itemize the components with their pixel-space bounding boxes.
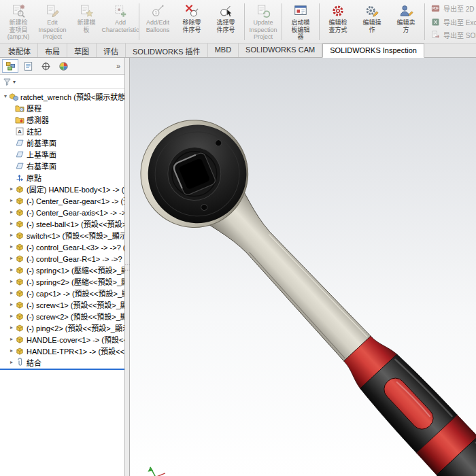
ribbon-separator	[139, 3, 139, 40]
part-icon	[15, 323, 24, 333]
ribbon-button-edit-operation[interactable]: 编辑操作	[355, 1, 389, 43]
command-tab[interactable]: SOLIDWORKS CAM	[239, 44, 322, 57]
ribbon-separator	[319, 3, 320, 40]
export-group: PDF导出至 2D PDFX导出至 Excel导出至 SOLIDWORKS In…	[426, 1, 476, 43]
tree-item[interactable]: ▸(-) control_Gear-L<3> -> ->? (預設<	[0, 241, 124, 252]
tree-item[interactable]: 歷程	[0, 102, 124, 114]
ribbon-button-add-edit-balloons[interactable]: 1Add/EditBalloons	[141, 1, 175, 43]
tree-item-label: 感測器	[27, 114, 49, 125]
tree-item[interactable]: ▸(-) spring<2> (壓縮<<預設>_顯示	[0, 275, 124, 287]
property-manager-tab[interactable]	[20, 59, 36, 73]
command-tab[interactable]: 装配体	[1, 44, 38, 57]
expand-arrow[interactable]: ▸	[8, 336, 15, 342]
ribbon-button-export-2d-pdf[interactable]: PDF导出至 2D PDF	[428, 2, 476, 15]
command-tab[interactable]: 草图	[67, 44, 97, 57]
filter-dropdown-caret[interactable]: ▾	[13, 79, 16, 85]
ribbon-button-add-characteristic[interactable]: AddCharacteristic	[103, 1, 137, 43]
tree-item[interactable]: ▸(-) steel-ball<1> (預設<<預設>_顯	[0, 218, 124, 229]
command-tab[interactable]: SOLIDWORKS 插件	[126, 44, 208, 57]
edit-method-icon	[330, 3, 345, 18]
tree-item[interactable]: 右基準面	[0, 160, 124, 171]
feature-manager-tab[interactable]	[2, 59, 18, 73]
display-manager-tab[interactable]	[55, 59, 71, 73]
ribbon-button-remove-balloons[interactable]: 移除零件序号	[175, 1, 209, 43]
tree-item[interactable]: ▸(-) ping<2> (預設<<預設>_顯示狀	[0, 322, 124, 333]
expand-arrow[interactable]: ▸	[8, 197, 15, 203]
tree-item[interactable]: A註記	[0, 125, 124, 137]
ribbon-separator	[424, 3, 425, 40]
expand-arrow[interactable]: ▸	[8, 313, 15, 319]
expand-arrow[interactable]: ▸	[8, 209, 15, 215]
part-icon	[15, 184, 24, 194]
expand-arrow[interactable]: ▸	[8, 290, 15, 296]
ribbon-button-new-template[interactable]: 新建模板	[69, 1, 103, 43]
part-icon	[15, 311, 24, 321]
tree-item[interactable]: ▸switch<1> (預設<<預設>_顯示狀	[0, 229, 124, 241]
tree-item[interactable]: ▾ratchet_wrench (預設<顯示狀態-1>)	[0, 90, 124, 102]
tree-item-label: (-) Center_Gear-axis<1> -> ->? (預設	[27, 207, 124, 218]
command-tab[interactable]: 评估	[97, 44, 126, 57]
dimxpert-manager-tab[interactable]	[37, 59, 54, 73]
tree-item[interactable]: ▸HANDLE-TPR<1> -> (預設<<預設	[0, 345, 124, 356]
expand-arrow[interactable]: ▸	[8, 232, 15, 238]
graphics-viewport[interactable]	[130, 58, 476, 476]
panel-splitter[interactable]: ⋮⋮	[125, 58, 130, 476]
tree-item[interactable]: ▸結合	[0, 356, 124, 368]
ribbon-button-label: EditInspectionProject	[38, 19, 66, 41]
expand-arrow[interactable]: ▸	[8, 324, 15, 330]
tree-end-indicator	[0, 369, 124, 370]
command-tab[interactable]: SOLIDWORKS Inspection	[322, 44, 424, 58]
expand-arrow[interactable]: ▸	[8, 243, 15, 250]
tree-item-label: 原點	[27, 172, 41, 183]
command-tab[interactable]: 布局	[38, 44, 67, 57]
panel-overflow-chevron[interactable]: »	[114, 62, 122, 70]
ribbon-button-edit-inspection-project[interactable]: EditInspectionProject	[35, 1, 69, 43]
expand-arrow[interactable]: ▸	[8, 278, 15, 284]
part-icon	[15, 196, 24, 205]
ribbon-button-export-sw-inspection[interactable]: 导出至 SOLIDWORKS Inspection 项目	[428, 29, 476, 41]
expand-arrow[interactable]: ▾	[2, 93, 9, 99]
expand-arrow[interactable]: ▸	[8, 255, 15, 261]
command-tab[interactable]: MBD	[208, 44, 239, 57]
part-icon	[15, 288, 24, 298]
expand-arrow[interactable]: ▸	[8, 220, 15, 226]
tree-item[interactable]: 上基準面	[0, 148, 124, 160]
tree-item[interactable]: 原點	[0, 171, 124, 183]
expand-arrow[interactable]: ▸	[8, 347, 15, 354]
expand-arrow[interactable]: ▸	[8, 301, 15, 307]
tree-item[interactable]: ▸(-) screw<2> (預設<<預設>_顯示	[0, 310, 124, 322]
expand-arrow[interactable]: ▸	[8, 267, 15, 273]
pm-sheet-icon	[23, 61, 33, 71]
ribbon-button-edit-vendor[interactable]: 编辑卖方	[389, 1, 423, 43]
ribbon-button-new-inspection-project[interactable]: 新建检查项目(amp;N)	[1, 1, 35, 43]
command-tabbar: 装配体布局草图评估SOLIDWORKS 插件MBDSOLIDWORKS CAMS…	[0, 44, 476, 58]
ribbon-button-select-balloons[interactable]: 选择零件序号	[209, 1, 243, 43]
tree-filter-row[interactable]: ▾	[0, 75, 124, 89]
ribbon-button-update-inspection-project[interactable]: UpdateInspectionProject	[246, 1, 280, 43]
model-ratchet-wrench[interactable]	[130, 58, 476, 476]
tree-item[interactable]: ▸(-) screw<1> (預設<<預設>_顯示	[0, 299, 124, 310]
sensors-icon	[15, 115, 24, 124]
ribbon-button-launch-template-editor[interactable]: 启动模板编辑器	[284, 1, 318, 43]
history-icon	[15, 103, 24, 113]
tree-item[interactable]: ▸(-) spring<1> (壓縮<<預設>_顯示	[0, 264, 124, 275]
tree-item[interactable]: ▸(-) Center_Gear-axis<1> -> ->? (預設	[0, 206, 124, 218]
tree-item-label: (固定) HANDLE-body<1> -> (預設	[27, 184, 124, 194]
ribbon-button-export-excel[interactable]: X导出至 Excel	[428, 16, 476, 29]
solidworks-window: 新建检查项目(amp;N)EditInspectionProject新建模板Ad…	[0, 0, 476, 476]
tree-item[interactable]: ▸(-) Center_Gear-gear<1> -> (預設	[0, 194, 124, 206]
expand-arrow[interactable]: ▸	[8, 359, 15, 365]
tree-item[interactable]: 前基準面	[0, 137, 124, 148]
tree-item[interactable]: 感測器	[0, 114, 124, 125]
tree-item-label: (-) spring<1> (壓縮<<預設>_顯示	[27, 265, 124, 275]
tree-item[interactable]: ▸(固定) HANDLE-body<1> -> (預設	[0, 183, 124, 194]
plane-icon	[15, 150, 24, 159]
wrench-grip[interactable]	[335, 328, 476, 476]
expand-arrow[interactable]: ▸	[8, 186, 15, 192]
tree-item[interactable]: ▸(-) control_Gear-R<1> -> ->? (預設<	[0, 252, 124, 264]
new-inspection-icon	[11, 3, 26, 18]
tree-item[interactable]: ▸HANDLE-cover<1> -> (預設<<預設	[0, 333, 124, 345]
ribbon-button-edit-inspection-method[interactable]: 编辑检查方式	[321, 1, 355, 43]
tree-item[interactable]: ▸(-) cap<1> -> (預設<<預設>_顯示	[0, 287, 124, 299]
ribbon-button-label: UpdateInspectionProject	[249, 19, 277, 41]
